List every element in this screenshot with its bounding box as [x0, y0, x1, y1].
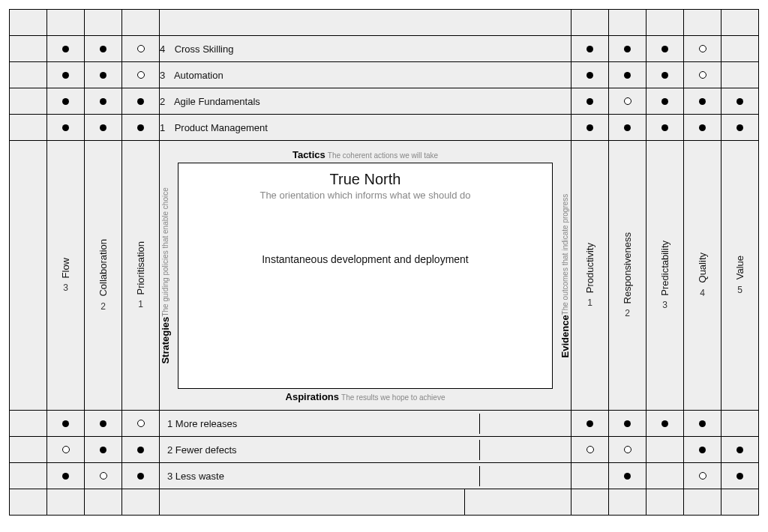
- dot-icon: [699, 98, 706, 105]
- aspiration-evidence-cell: [609, 437, 646, 463]
- tactic-strategy-cell: [122, 62, 160, 88]
- dot-icon: [586, 72, 593, 79]
- evidence-label: Productivity: [584, 243, 596, 293]
- dot-icon: [736, 124, 743, 131]
- aspiration-strategy-cell: [85, 463, 122, 489]
- strategy-col-collab: Collaboration2: [85, 141, 122, 411]
- dot-icon: [137, 124, 144, 131]
- aspiration-evidence-cell: [646, 411, 684, 437]
- dot-icon: [624, 46, 631, 52]
- tactic-evidence-cell: [572, 88, 609, 115]
- tactic-evidence-cell: [722, 115, 759, 141]
- aspiration-strategy-cell: [47, 411, 85, 437]
- edge-strategies: StrategiesThe guiding policies that enab…: [160, 187, 171, 363]
- aspiration-strategy-cell: [85, 411, 122, 437]
- true-north-body: Instantaneous development and deployment: [188, 253, 543, 265]
- tactic-blank-label: [160, 10, 572, 36]
- ring-icon: [699, 472, 706, 480]
- aspiration-row: 3 Less waste: [10, 463, 759, 489]
- ring-icon: [699, 71, 706, 79]
- dot-icon: [736, 473, 743, 480]
- tactic-evidence-cell: [646, 88, 684, 115]
- aspiration-strategy-cell: [122, 437, 160, 463]
- evidence-col-predictability: Predictability3: [646, 141, 684, 411]
- tactic-strategy-cell: [122, 115, 160, 141]
- true-north-title: True North: [188, 171, 543, 188]
- dot-icon: [100, 72, 106, 79]
- aspiration-evidence-cell: [722, 463, 759, 489]
- tactic-label: Automation: [174, 70, 224, 81]
- evidence-col-responsiveness: Responsiveness2: [609, 141, 646, 411]
- evidence-num: 5: [737, 285, 742, 295]
- aspiration-row: 2 Fewer defects: [10, 437, 759, 463]
- edge-evidence: EvidenceThe outcomes that indicate progr…: [560, 193, 571, 357]
- tactic-evidence-cell: [609, 36, 646, 62]
- tactic-strategy-cell: [85, 88, 122, 115]
- tactic-label: Product Management: [175, 122, 268, 133]
- aspiration-label-cell: 1 More releases: [160, 411, 572, 437]
- aspiration-label-cell: 2 Fewer defects: [160, 437, 572, 463]
- aspiration-num: 3: [167, 471, 172, 482]
- evidence-label: Value: [734, 256, 746, 279]
- evidence-col-productivity: Productivity1: [572, 141, 609, 411]
- strategy-label: Collaboration: [98, 239, 109, 297]
- aspiration-num: 1: [167, 418, 172, 429]
- aspiration-evidence-cell: [609, 411, 646, 437]
- evidence-label: Predictability: [659, 241, 670, 296]
- dot-icon: [624, 473, 631, 480]
- true-north-subtitle: The orientation which informs what we sh…: [188, 190, 543, 201]
- ring-icon: [100, 472, 107, 480]
- tactic-num: 1: [160, 122, 172, 133]
- ring-icon: [137, 420, 145, 427]
- tactic-evidence-cell: [722, 36, 759, 62]
- dot-icon: [699, 124, 706, 131]
- tactic-evidence-cell: [646, 115, 684, 141]
- evidence-col-quality: Quality4: [684, 141, 722, 411]
- dot-icon: [736, 447, 743, 453]
- ring-icon: [624, 97, 632, 105]
- dot-icon: [137, 447, 144, 453]
- ring-icon: [624, 446, 632, 453]
- dot-icon: [62, 420, 69, 427]
- dot-icon: [699, 447, 706, 453]
- evidence-num: 2: [625, 308, 630, 318]
- aspiration-strategy-cell: [47, 463, 85, 489]
- dot-icon: [100, 124, 106, 131]
- tactic-label-cell: 2 Agile Fundamentals: [160, 88, 572, 115]
- strategy-num: 1: [138, 299, 143, 309]
- true-north-box: True North The orientation which informs…: [178, 163, 553, 389]
- strategy-col-blank: [10, 141, 47, 411]
- aspiration-evidence-cell: [646, 437, 684, 463]
- tactic-strategy-cell: [122, 36, 160, 62]
- dot-icon: [624, 420, 631, 427]
- aspiration-evidence-cell: [722, 437, 759, 463]
- aspiration-blank-row: [10, 489, 759, 516]
- strategy-col-prior: Prioritisation1: [122, 141, 160, 411]
- evidence-num: 3: [662, 300, 668, 310]
- tactic-strategy-cell: [122, 88, 160, 115]
- tactic-evidence-cell: [572, 115, 609, 141]
- evidence-label: Responsiveness: [622, 232, 633, 303]
- aspiration-strategy-cell: [10, 437, 47, 463]
- tactic-evidence-cell: [646, 36, 684, 62]
- strategy-num: 2: [100, 301, 106, 312]
- tactic-strategy-cell: [85, 62, 122, 88]
- tactic-evidence-cell: [646, 62, 684, 88]
- tactic-label-cell: 3 Automation: [160, 62, 572, 88]
- dot-icon: [62, 124, 69, 131]
- evidence-num: 4: [700, 288, 705, 298]
- evidence-label: Quality: [697, 253, 708, 282]
- evidence-num: 1: [587, 297, 592, 308]
- dot-icon: [137, 98, 144, 105]
- tactic-row: 3 Automation: [10, 62, 759, 88]
- tactic-label: Cross Skilling: [175, 43, 234, 55]
- tactic-evidence-cell: [722, 62, 759, 88]
- tactic-evidence-cell: [684, 36, 722, 62]
- dot-icon: [62, 98, 69, 105]
- dot-icon: [100, 420, 106, 427]
- dot-icon: [62, 72, 69, 79]
- tactic-row: 2 Agile Fundamentals: [10, 88, 759, 115]
- dot-icon: [662, 46, 668, 52]
- ring-icon: [699, 45, 706, 52]
- ring-icon: [137, 71, 145, 79]
